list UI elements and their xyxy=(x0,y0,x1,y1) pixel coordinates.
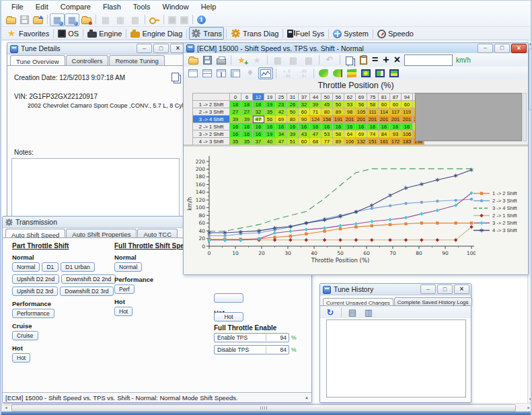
table-cell[interactable]: 23 xyxy=(276,101,287,108)
table-cell[interactable]: 16 xyxy=(333,123,344,130)
layout-table-graph-button[interactable] xyxy=(229,67,242,79)
hot-button[interactable]: Hot xyxy=(114,307,132,316)
table-cell[interactable]: 74 xyxy=(367,130,379,138)
table-cell[interactable]: 90 xyxy=(299,116,310,123)
upshift-d2-3rd-button[interactable]: Upshift D2 3rd xyxy=(12,287,58,296)
table-cell[interactable]: 47 xyxy=(310,130,321,138)
table-cell[interactable]: 39 xyxy=(230,116,241,123)
column-header-75[interactable]: 75 xyxy=(367,93,379,101)
close-file-button[interactable] xyxy=(79,13,93,26)
menu-help[interactable]: Help xyxy=(195,2,223,11)
table-cell[interactable]: 191 xyxy=(333,116,344,123)
table-cell[interactable]: 58 xyxy=(367,101,379,108)
table-cell[interactable]: 117 xyxy=(390,108,402,116)
layout-split-vertical-button[interactable] xyxy=(215,67,228,79)
table-cell[interactable]: 111 xyxy=(367,108,379,116)
nav-fuel-sys-button[interactable]: Fuel Sys xyxy=(285,28,326,39)
table-cell[interactable]: 16 xyxy=(287,123,299,130)
horizontal-scroll-thumb[interactable] xyxy=(11,404,516,412)
table-cell[interactable]: 53 xyxy=(344,101,356,108)
table-cell[interactable]: 16 xyxy=(344,123,356,130)
scroll-right-icon[interactable]: ► xyxy=(525,404,532,411)
equal-button[interactable]: = xyxy=(370,54,380,66)
table-cell[interactable]: 35 xyxy=(230,138,241,145)
menu-window[interactable]: Window xyxy=(157,2,195,11)
table-cell[interactable]: 89 xyxy=(333,108,344,116)
vertical-scroll-thumb[interactable] xyxy=(529,48,532,110)
table-cell[interactable]: 37 xyxy=(253,138,264,145)
d1-urban-button[interactable]: D1 Urban xyxy=(61,262,94,272)
hot-button[interactable]: Hot xyxy=(12,353,30,363)
table-cell[interactable]: 39 xyxy=(287,130,299,138)
menu-file[interactable]: File xyxy=(5,2,30,11)
status-expander-icon[interactable]: ▲ xyxy=(305,395,309,400)
normal-button[interactable]: Normal xyxy=(114,262,142,272)
maximize-button[interactable] xyxy=(153,44,169,53)
column-header-62[interactable]: 62 xyxy=(344,93,356,101)
paste-button[interactable] xyxy=(358,54,369,66)
nav-trans-button[interactable]: Trans xyxy=(189,27,224,40)
menu-compare[interactable]: Compare xyxy=(54,2,97,11)
hot-button[interactable]: Hot xyxy=(214,312,243,322)
save-table-button[interactable] xyxy=(201,54,214,66)
table-cell[interactable]: 68 xyxy=(310,138,321,145)
tree-view-button[interactable] xyxy=(361,306,376,319)
tune-history-titlebar[interactable]: Tune History xyxy=(320,284,471,295)
scroll-left-icon[interactable]: ◄ xyxy=(2,404,10,411)
table-cell[interactable]: 32 xyxy=(253,108,264,116)
nav-os-button[interactable]: OS xyxy=(56,28,81,39)
write-vehicle-button[interactable] xyxy=(147,13,161,26)
tune-details-tab-tune-overview[interactable]: Tune Overview xyxy=(10,55,65,66)
minimize-button[interactable] xyxy=(478,44,493,53)
column-header-31[interactable]: 31 xyxy=(287,93,299,101)
table-cell[interactable]: 119 xyxy=(402,108,413,116)
table-cell[interactable]: 132 xyxy=(356,138,367,145)
table-cell[interactable]: 84 xyxy=(379,130,390,138)
table-cell[interactable]: 201 xyxy=(402,116,413,123)
history-list[interactable] xyxy=(326,319,466,398)
value-input[interactable] xyxy=(404,54,453,66)
table-cell[interactable]: 42 xyxy=(276,108,287,116)
help-info-button[interactable] xyxy=(195,13,208,26)
table-cell[interactable]: 35 xyxy=(264,108,276,116)
view-graph-button[interactable] xyxy=(258,67,273,79)
table-cell[interactable]: 16 xyxy=(241,130,253,138)
column-header-0[interactable]: 0 xyxy=(230,93,241,101)
refresh-button[interactable] xyxy=(323,306,338,319)
downshift-d2-3rd-button[interactable]: Downshift D2 3rd xyxy=(60,287,113,296)
nav-engine-diag-button[interactable]: Engine Diag xyxy=(128,28,184,39)
layout-single-button[interactable] xyxy=(186,67,200,79)
table-cell[interactable]: 16 xyxy=(379,123,390,130)
column-header-50[interactable]: 50 xyxy=(321,93,333,101)
table-cell[interactable]: 19 xyxy=(264,130,276,138)
table-cell[interactable]: 60 xyxy=(390,101,402,108)
column-header-44[interactable]: 44 xyxy=(310,93,321,101)
performance-button[interactable]: Performance xyxy=(12,309,54,318)
table-cell[interactable]: 16 xyxy=(356,123,367,130)
table-cell[interactable]: 201 xyxy=(356,116,367,123)
table-cell[interactable]: 16 xyxy=(253,123,264,130)
row-header-4-3-shift[interactable]: 4 -> 3 Shift xyxy=(193,138,230,145)
row-header-1-2-shift[interactable]: 1 -> 2 Shift xyxy=(193,101,230,108)
table-cell[interactable]: 89 xyxy=(333,138,344,145)
color-edit-3-button[interactable] xyxy=(345,67,358,79)
column-header-12[interactable]: 12 xyxy=(253,93,264,101)
maximize-button[interactable] xyxy=(437,285,453,294)
column-header-6[interactable]: 6 xyxy=(241,93,253,101)
nav-system-button[interactable]: System xyxy=(331,28,371,40)
multiply-button[interactable]: × xyxy=(392,54,402,66)
scroll-down-icon[interactable]: ▼ xyxy=(528,395,532,402)
column-header-25[interactable]: 25 xyxy=(276,93,287,101)
tune-details-titlebar[interactable]: Tune Details xyxy=(7,43,187,54)
table-cell[interactable]: 77 xyxy=(321,138,333,145)
table-cell[interactable]: 64 xyxy=(344,130,356,138)
maximize-button[interactable] xyxy=(494,44,510,53)
table-cell[interactable]: 16 xyxy=(230,123,241,130)
normal-button[interactable]: Normal xyxy=(12,262,40,272)
table-cell[interactable]: 51 xyxy=(287,138,299,145)
add-button[interactable]: + xyxy=(381,54,391,66)
column-header-94[interactable]: 94 xyxy=(402,93,413,101)
table-cell[interactable]: 58 xyxy=(333,130,344,138)
column-header-37[interactable]: 37 xyxy=(299,93,310,101)
table-cell[interactable]: 16 xyxy=(367,123,379,130)
